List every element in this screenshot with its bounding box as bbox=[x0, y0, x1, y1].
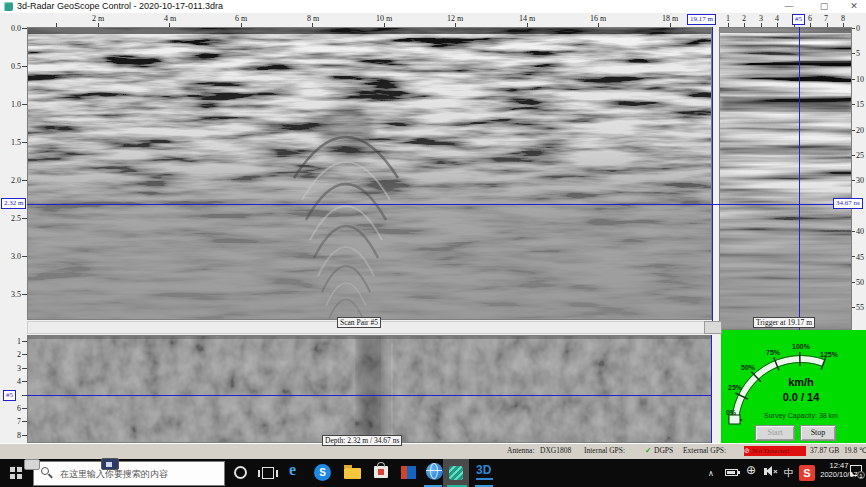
office-icon[interactable] bbox=[401, 466, 416, 479]
taskbar-search-input[interactable] bbox=[33, 461, 225, 486]
antenna-label: Antenna: bbox=[507, 446, 535, 455]
pair-label: 1 bbox=[1, 337, 21, 346]
time-cursor-readout[interactable]: 34.67 ns bbox=[833, 198, 863, 209]
close-button[interactable]: ✕ bbox=[843, 0, 865, 12]
channel-label: 4 bbox=[775, 14, 779, 23]
distance-label: 12 m bbox=[447, 14, 463, 23]
folder-tab bbox=[344, 465, 352, 468]
stop-button[interactable]: Stop bbox=[800, 425, 836, 441]
geoscope-app-window: 3d-Radar GeoScope Control - 2020-10-17-0… bbox=[0, 0, 866, 487]
globe-browser-icon[interactable] bbox=[426, 463, 443, 480]
gps-check-icon: ✓ bbox=[645, 446, 651, 455]
battery-icon[interactable] bbox=[725, 469, 738, 476]
time-label: 40 bbox=[856, 227, 864, 236]
floating-tray-icon-1[interactable] bbox=[24, 459, 40, 470]
store-icon[interactable] bbox=[374, 466, 388, 478]
network-icon[interactable]: ⊕ bbox=[746, 465, 756, 476]
channel-cursor-readout[interactable]: #5 bbox=[792, 14, 805, 25]
file-explorer-icon[interactable] bbox=[344, 468, 361, 479]
bscan-view[interactable] bbox=[27, 27, 712, 320]
volume-muted-icon[interactable]: × bbox=[764, 468, 767, 475]
depth-label: 2.5 bbox=[1, 214, 21, 223]
speed-unit: km/h bbox=[733, 376, 866, 388]
depth-label: 3.0 bbox=[1, 252, 21, 261]
antenna-value: DXG1808 bbox=[540, 446, 571, 455]
maximize-button[interactable]: ▢ bbox=[813, 0, 835, 12]
examiner-3d-taskbar-tile[interactable]: 3D bbox=[471, 459, 499, 487]
time-label: 25 bbox=[856, 151, 864, 160]
distance-cursor-readout[interactable]: 19.17 m bbox=[687, 14, 716, 25]
external-gps-label: External GPS: bbox=[683, 446, 726, 455]
depth-label: 3.5 bbox=[1, 290, 21, 299]
mute-x: × bbox=[773, 467, 778, 476]
storage-value: 37.87 GB bbox=[810, 446, 839, 455]
speed-gauge-panel: 0% 25% 50% 75% 100% 125% km/h 0.0 / 14 S… bbox=[721, 330, 866, 443]
external-gps-alert: ⊘ Not Detected bbox=[744, 446, 806, 456]
depth-cursor-readout[interactable]: 2.32 m bbox=[1, 198, 26, 209]
internal-gps-value: DGPS bbox=[654, 446, 673, 455]
depth-label: 1.0 bbox=[1, 100, 21, 109]
notification-center-icon[interactable]: 1 bbox=[850, 465, 862, 476]
depth-label: 1.5 bbox=[1, 138, 21, 147]
cscan-view[interactable] bbox=[27, 335, 712, 443]
pair-label: 8 bbox=[1, 431, 21, 440]
cscan-distance-cursor-line[interactable] bbox=[711, 335, 712, 443]
floating-tray-icon-glyph bbox=[106, 462, 112, 467]
task-view-icon[interactable] bbox=[262, 467, 274, 479]
globe-meridian bbox=[430, 463, 438, 479]
gauge-tick-label: 125% bbox=[820, 351, 838, 358]
pair-label: 2 bbox=[1, 350, 21, 359]
channel-view[interactable] bbox=[719, 27, 852, 330]
distance-cursor-line[interactable] bbox=[712, 27, 713, 330]
battery-fill bbox=[727, 471, 735, 474]
channel-label: 6 bbox=[808, 14, 812, 23]
task-view-bar bbox=[276, 470, 278, 477]
gauge-tick-label: 50% bbox=[741, 364, 755, 371]
survey-capacity: Survey Capacity: 38 km bbox=[733, 412, 866, 419]
distance-label: 14 m bbox=[519, 14, 535, 23]
channel-cursor-line[interactable] bbox=[799, 27, 800, 330]
channel-label: 2 bbox=[742, 14, 746, 23]
pair-cursor-readout[interactable]: #5 bbox=[3, 390, 16, 401]
ime-indicator[interactable]: 中 bbox=[784, 466, 794, 480]
browser-360-icon[interactable]: S bbox=[314, 464, 331, 481]
pair-cursor-line[interactable] bbox=[27, 395, 711, 396]
window-title: 3d-Radar GeoScope Control - 2020-10-17-0… bbox=[17, 1, 223, 11]
pair-label: 4 bbox=[1, 377, 21, 386]
time-label: 55 bbox=[856, 303, 864, 312]
depth-label: 2.0 bbox=[1, 176, 21, 185]
notification-badge: 1 bbox=[857, 471, 865, 479]
edge-icon[interactable]: e bbox=[289, 461, 296, 479]
floating-tray-icon-2[interactable] bbox=[101, 458, 119, 470]
tray-chevron-up-icon[interactable]: ∧ bbox=[708, 468, 714, 479]
speaker-cone bbox=[766, 466, 772, 476]
speed-value: 0.0 / 14 bbox=[733, 391, 866, 403]
depth-label: 0.0 bbox=[1, 24, 21, 33]
geoscope-taskbar-tile[interactable] bbox=[443, 459, 469, 487]
distance-label: 8 m bbox=[307, 14, 319, 23]
distance-label: 2 m bbox=[92, 14, 104, 23]
external-gps-value: Not Detected bbox=[752, 447, 789, 455]
start-button[interactable]: Start bbox=[755, 425, 795, 441]
store-bag-handle bbox=[377, 462, 385, 467]
depth-cursor-line[interactable] bbox=[27, 204, 852, 205]
channel-label: 3 bbox=[759, 14, 763, 23]
start-menu-button[interactable] bbox=[10, 467, 15, 472]
channel-label: 7 bbox=[824, 14, 828, 23]
cortana-icon[interactable] bbox=[234, 466, 247, 479]
gauge-tick-label: 100% bbox=[792, 343, 810, 350]
task-view-bar bbox=[258, 470, 260, 477]
app-logo-icon bbox=[4, 2, 13, 11]
cscan-image bbox=[28, 336, 712, 443]
minimize-button[interactable]: — bbox=[778, 0, 800, 12]
gauge-tick-label: 75% bbox=[766, 349, 780, 356]
sogou-ime-icon[interactable]: S bbox=[799, 465, 815, 481]
prohibit-icon: ⊘ bbox=[744, 447, 750, 455]
channel-image bbox=[720, 28, 852, 330]
notification-fold bbox=[850, 471, 855, 476]
status-bar bbox=[0, 443, 866, 459]
scan-pair-tooltip: Scan Pair #5 bbox=[337, 317, 381, 328]
scrollbar-thumb[interactable] bbox=[704, 321, 722, 334]
time-label: 15 bbox=[856, 100, 864, 109]
channel-label: 8 bbox=[841, 14, 845, 23]
